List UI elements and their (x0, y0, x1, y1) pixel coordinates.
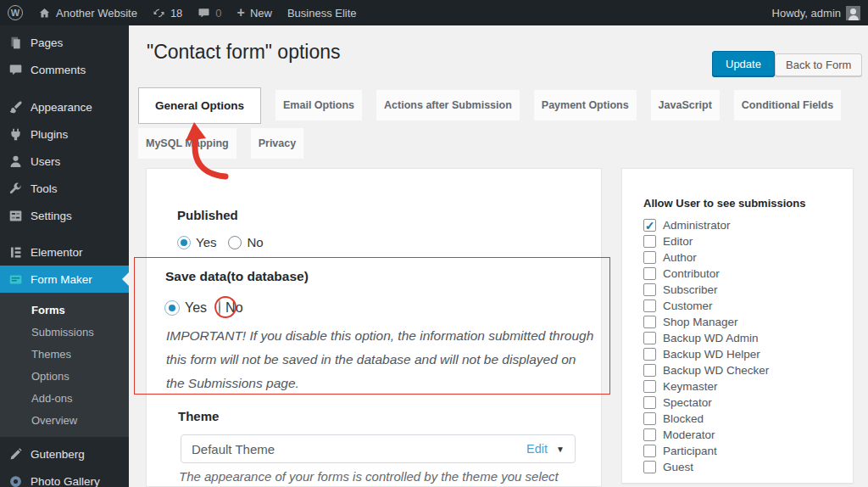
tab-javascript[interactable]: JavaScript (651, 90, 720, 120)
role-checkbox[interactable] (643, 396, 656, 409)
role-label: Moderator (663, 428, 715, 441)
sidebar-item-form-maker[interactable]: Form Maker (0, 266, 129, 293)
theme-selected-value: Default Theme (192, 442, 275, 456)
theme-edit-link[interactable]: Edit (526, 442, 548, 456)
role-label: Backup WD Helper (663, 348, 760, 361)
tab-conditional-fields[interactable]: Conditional Fields (734, 90, 841, 120)
role-checkbox[interactable] (643, 412, 656, 425)
role-label: Keymaster (663, 380, 718, 393)
sidebar-item-tools[interactable]: Tools (0, 175, 129, 202)
tab-payment-options[interactable]: Payment Options (534, 90, 637, 120)
page-title: "Contact form" options (147, 41, 341, 64)
role-row-keymaster: Keymaster (643, 378, 769, 395)
tab-actions-after-submission[interactable]: Actions after Submission (376, 90, 520, 120)
role-checkbox[interactable] (643, 364, 656, 377)
save-data-no-radio-wrap (219, 300, 225, 316)
sidebar-item-appearance[interactable]: Appearance (0, 93, 129, 120)
sidebar-item-label: Photo Gallery (31, 475, 100, 487)
role-label: Customer (663, 299, 713, 312)
sidebar-item-elementor[interactable]: Elementor (0, 238, 129, 266)
save-data-yes-label[interactable]: Yes (185, 300, 207, 316)
pages-icon (8, 36, 23, 50)
role-checkbox[interactable] (643, 299, 656, 312)
published-yes-label[interactable]: Yes (196, 235, 216, 249)
account-menu[interactable]: Howdy, admin (765, 0, 868, 25)
sidebar-item-users[interactable]: Users (0, 148, 129, 175)
role-label: Backup WD Admin (663, 332, 759, 344)
role-checkbox[interactable] (643, 461, 656, 473)
tab-mysql-mapping[interactable]: MySQL Mapping (138, 128, 236, 159)
sidebar-item-label: Form Maker (31, 273, 92, 286)
wordpress-admin-screen: W Another Website 18 0 + New Business El… (0, 0, 868, 487)
updates-menu[interactable]: 18 (145, 0, 190, 25)
role-checkbox[interactable] (643, 428, 656, 441)
published-radio-group: Yes No (177, 235, 275, 249)
update-button[interactable]: Update (712, 51, 775, 76)
published-no-radio[interactable] (228, 236, 242, 249)
roles-list: ✓ Administrator Editor Author Contributo… (643, 217, 769, 475)
role-checkbox[interactable] (643, 316, 656, 328)
role-checkbox[interactable] (643, 283, 656, 296)
appearance-icon (8, 100, 23, 115)
role-checkbox[interactable] (643, 251, 656, 264)
comments-menu[interactable]: 0 (190, 0, 229, 25)
sidebar-item-gutenberg[interactable]: Gutenberg (0, 440, 129, 467)
sidebar-item-label: Plugins (31, 128, 68, 141)
site-name-label: Another Website (56, 7, 137, 20)
sidebar-item-label: Settings (31, 210, 72, 222)
settings-icon (8, 209, 23, 223)
sidebar-item-label: Pages (31, 36, 63, 49)
role-row-customer: Customer (643, 298, 769, 314)
role-label: Participant (663, 445, 717, 457)
submenu-item-submissions[interactable]: Submissions (0, 321, 129, 343)
sidebar-item-label: Tools (31, 182, 58, 195)
theme-select-dropdown[interactable]: Default Theme Edit ▼ (181, 434, 576, 463)
published-label: Published (177, 208, 238, 222)
users-icon (8, 154, 23, 169)
theme-label: Theme (178, 409, 219, 423)
photo-gallery-icon (8, 474, 23, 487)
updates-icon (153, 7, 165, 20)
role-label: Editor (663, 235, 693, 248)
tabs-row-1: General Options Email Options Actions af… (138, 87, 841, 124)
theme-note: The appearance of your forms is controll… (179, 467, 594, 486)
sidebar-item-comments[interactable]: Comments (0, 56, 129, 83)
site-name-menu[interactable]: Another Website (31, 0, 145, 25)
submenu-item-add-ons[interactable]: Add-ons (0, 387, 129, 409)
role-checkbox[interactable]: ✓ (643, 219, 656, 232)
form-maker-submenu: Forms Submissions Themes Options Add-ons… (0, 293, 129, 437)
role-label: Administrator (663, 219, 731, 232)
role-row-moderator: Moderator (643, 427, 769, 443)
role-label: Spectator (663, 396, 712, 409)
sidebar-item-photo-gallery[interactable]: Photo Gallery (0, 467, 129, 487)
active-theme-menu[interactable]: Business Elite (280, 0, 364, 25)
submenu-item-forms[interactable]: Forms (0, 299, 129, 321)
published-no-label[interactable]: No (247, 235, 263, 249)
role-checkbox[interactable] (643, 445, 656, 457)
new-menu[interactable]: + New (230, 0, 280, 25)
role-checkbox[interactable] (643, 332, 656, 344)
role-checkbox[interactable] (643, 267, 656, 280)
sidebar-item-pages[interactable]: Pages (0, 29, 129, 56)
save-data-no-radio[interactable] (219, 299, 220, 316)
submenu-item-options[interactable]: Options (0, 365, 129, 387)
tab-email-options[interactable]: Email Options (275, 90, 362, 120)
update-count: 18 (170, 7, 182, 20)
back-to-form-button[interactable]: Back to Form (775, 53, 862, 76)
save-data-label: Save data(to database) (165, 269, 309, 284)
save-data-yes-radio[interactable] (164, 300, 180, 316)
save-data-no-label[interactable]: No (225, 300, 242, 316)
sidebar-item-settings[interactable]: Settings (0, 202, 129, 229)
role-checkbox[interactable] (643, 235, 656, 248)
role-checkbox[interactable] (643, 348, 656, 361)
published-yes-radio[interactable] (177, 236, 191, 249)
tab-privacy[interactable]: Privacy (251, 128, 303, 159)
tab-general-options[interactable]: General Options (138, 87, 261, 124)
elementor-icon (8, 245, 23, 260)
submenu-item-themes[interactable]: Themes (0, 343, 129, 365)
admin-sidebar: Pages Comments Appearance Plugins Users … (0, 25, 129, 487)
submenu-item-overview[interactable]: Overview (0, 409, 129, 431)
wp-logo-menu[interactable]: W (0, 0, 31, 25)
role-checkbox[interactable] (643, 380, 656, 393)
sidebar-item-plugins[interactable]: Plugins (0, 120, 129, 148)
